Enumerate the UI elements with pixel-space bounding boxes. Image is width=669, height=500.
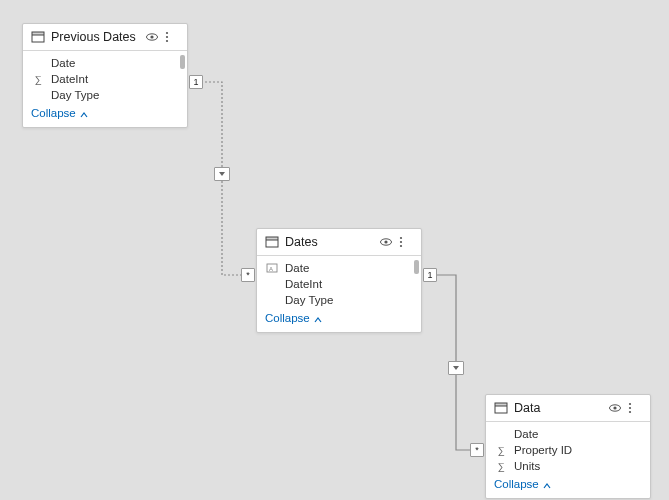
table-body: Date ∑ DateInt Day Type Collapse [23,51,187,127]
field-label: Date [514,428,538,440]
collapse-button[interactable]: Collapse [23,103,187,121]
more-options-icon[interactable] [399,235,413,249]
cardinality-many-badge: * [470,443,484,457]
field-type-icon [265,278,279,290]
table-icon [265,235,279,249]
field-label: Date [285,262,309,274]
field-row[interactable]: Date [486,426,650,442]
table-card-previous-dates[interactable]: Previous Dates Date ∑ DateInt Day Type C… [22,23,188,128]
collapse-button[interactable]: Collapse [486,474,650,492]
scrollbar-thumb[interactable] [180,55,185,69]
table-body: Date ∑ Property ID ∑ Units Collapse [486,422,650,498]
field-label: Date [51,57,75,69]
svg-point-25 [629,411,631,413]
svg-point-6 [166,36,168,38]
filter-direction-badge [448,361,464,375]
svg-point-4 [150,35,153,38]
svg-point-12 [384,240,387,243]
table-card-data[interactable]: Data Date ∑ Property ID ∑ Units Collapse [485,394,651,499]
field-label: Day Type [51,89,99,101]
svg-point-7 [166,40,168,42]
field-row[interactable]: ∑ DateInt [23,71,187,87]
field-label: DateInt [285,278,322,290]
field-label: Units [514,460,540,472]
field-label: Property ID [514,444,572,456]
field-type-icon [31,57,45,69]
visibility-icon[interactable] [379,235,393,249]
field-type-icon [31,89,45,101]
field-row[interactable]: Day Type [257,292,421,308]
svg-point-13 [400,237,402,239]
chevron-up-icon [543,480,551,488]
table-header: Previous Dates [23,24,187,51]
table-icon [494,401,508,415]
chevron-up-icon [80,109,88,117]
field-type-icon [494,428,508,440]
field-row[interactable]: DateInt [257,276,421,292]
field-type-icon [265,294,279,306]
scrollbar-thumb[interactable] [414,260,419,274]
collapse-label: Collapse [265,312,310,324]
collapse-label: Collapse [494,478,539,490]
collapse-button[interactable]: Collapse [257,308,421,326]
table-title: Previous Dates [51,30,139,44]
svg-point-24 [629,407,631,409]
svg-text:A: A [269,266,273,272]
sigma-icon: ∑ [31,73,45,85]
field-row[interactable]: Day Type [23,87,187,103]
visibility-icon[interactable] [608,401,622,415]
svg-point-23 [629,403,631,405]
text-field-icon: A [265,262,279,274]
field-row[interactable]: ∑ Units [486,458,650,474]
table-title: Dates [285,235,373,249]
field-row[interactable]: ∑ Property ID [486,442,650,458]
more-options-icon[interactable] [165,30,179,44]
table-header: Data [486,395,650,422]
sigma-icon: ∑ [494,444,508,456]
svg-point-15 [400,245,402,247]
field-row[interactable]: A Date [257,260,421,276]
field-label: Day Type [285,294,333,306]
svg-point-14 [400,241,402,243]
table-title: Data [514,401,602,415]
table-body: A Date DateInt Day Type Collapse [257,256,421,332]
table-icon [31,30,45,44]
table-header: Dates [257,229,421,256]
svg-point-5 [166,32,168,34]
field-label: DateInt [51,73,88,85]
collapse-label: Collapse [31,107,76,119]
svg-point-22 [613,406,616,409]
field-row[interactable]: Date [23,55,187,71]
table-card-dates[interactable]: Dates A Date DateInt Day Type Collapse [256,228,422,333]
visibility-icon[interactable] [145,30,159,44]
chevron-up-icon [314,314,322,322]
more-options-icon[interactable] [628,401,642,415]
sigma-icon: ∑ [494,460,508,472]
cardinality-one-badge: 1 [423,268,437,282]
